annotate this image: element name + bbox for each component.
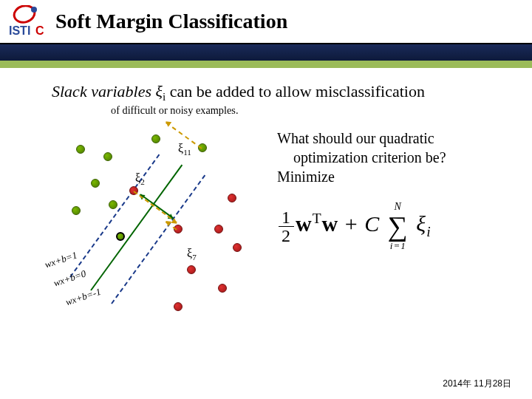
q-l2: optimization criterion be? bbox=[277, 148, 510, 167]
xi-var: ξ bbox=[416, 211, 426, 236]
intro-line2: of difficult or noisy examples. bbox=[52, 104, 488, 117]
w-transpose: w bbox=[296, 211, 313, 236]
green-bar bbox=[0, 61, 532, 68]
slack-arrow-2 bbox=[133, 191, 177, 223]
data-point-neg bbox=[187, 265, 196, 274]
svg-text:C: C bbox=[35, 24, 44, 37]
data-point-neg bbox=[214, 225, 223, 233]
intro-text: Slack variables ξi can be added to allow… bbox=[22, 75, 510, 117]
q-l1: What should our quadratic bbox=[277, 130, 434, 146]
intro-part2: can be added to allow misclassification bbox=[166, 82, 425, 100]
line-wx-b-m1 bbox=[111, 174, 205, 304]
slide-title: Soft Margin Classification bbox=[55, 10, 287, 33]
slack-label-xi7: ξ7 bbox=[187, 247, 197, 262]
C-constant: C bbox=[364, 211, 380, 236]
w-vec: w bbox=[322, 211, 339, 236]
svm-diagram: wx+b=1 wx+b=0 wx+b=-1 bbox=[63, 129, 255, 321]
data-point-pos bbox=[109, 200, 117, 209]
data-point-pos-sv bbox=[116, 232, 125, 241]
data-point-pos bbox=[103, 152, 112, 161]
intro-part1: Slack variables ξ bbox=[52, 82, 163, 100]
slack-label-xi2: ξ2 bbox=[135, 171, 145, 186]
q-l3: Minimize bbox=[277, 168, 335, 185]
label-wp1: wx+b=1 bbox=[44, 249, 79, 270]
data-point-neg bbox=[233, 243, 242, 252]
data-point-pos bbox=[72, 206, 81, 215]
data-point-neg bbox=[228, 194, 236, 202]
data-point-pos bbox=[91, 179, 100, 188]
objective-formula: 1 2 wTw + C ∑Ni=1 ξi bbox=[277, 208, 510, 245]
question-text: What should our quadratic optimization c… bbox=[277, 129, 510, 186]
data-point-neg bbox=[174, 302, 183, 311]
fraction-half: 1 2 bbox=[279, 208, 294, 245]
svg-text:ISTI: ISTI bbox=[9, 24, 30, 37]
label-wm1: wx+b=-1 bbox=[64, 285, 103, 307]
svg-point-1 bbox=[31, 7, 37, 13]
slide-header: ISTI C Soft Margin Classification bbox=[0, 0, 532, 44]
data-point-pos bbox=[151, 134, 160, 143]
blue-bar bbox=[0, 44, 532, 61]
data-point-pos bbox=[76, 145, 85, 154]
slide-date: 2014年 11月28日 bbox=[443, 378, 511, 390]
summation: ∑Ni=1 bbox=[388, 212, 409, 240]
data-point-neg bbox=[218, 284, 227, 293]
label-w0: wx+b=0 bbox=[52, 267, 88, 289]
slack-label-xi11: ξ11 bbox=[178, 142, 191, 157]
istic-logo: ISTI C bbox=[7, 5, 48, 38]
